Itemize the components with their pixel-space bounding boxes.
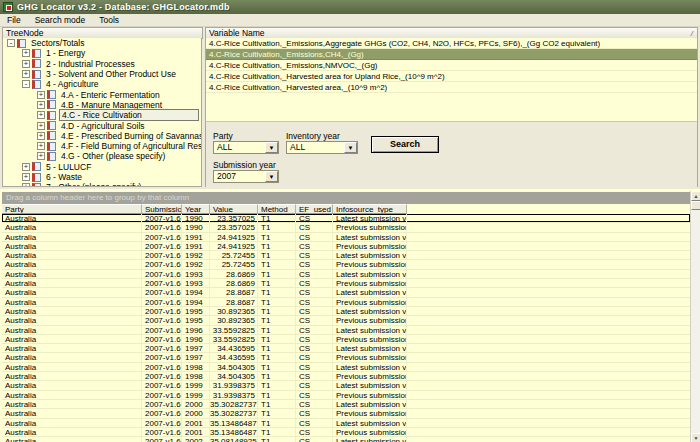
expand-toggle-icon[interactable]: - bbox=[7, 39, 15, 47]
tree-node[interactable]: +4.E - Prescribed Burning of Savannas bbox=[3, 131, 201, 141]
scroll-down-icon[interactable]: ▼ bbox=[691, 433, 700, 442]
menu-item-search-mode[interactable]: Search mode bbox=[28, 14, 93, 27]
expand-toggle-icon[interactable]: + bbox=[37, 91, 45, 99]
table-row[interactable]: Australia2007-v1.6199633.5592825T1CSLate… bbox=[2, 326, 690, 335]
table-row[interactable]: Australia2007-v1.6199530.892365T1CSLates… bbox=[2, 307, 690, 316]
tree-node[interactable]: +5 - LULUCF bbox=[3, 162, 201, 172]
table-row[interactable]: Australia2007-v1.6199428.8687T1CSPreviou… bbox=[2, 298, 690, 307]
scroll-up-icon[interactable]: ▲ bbox=[691, 191, 700, 201]
grid-cell: 34.504305 bbox=[210, 372, 258, 380]
expand-toggle-icon[interactable]: + bbox=[22, 173, 30, 181]
grid-cell: T1 bbox=[258, 363, 296, 371]
table-row[interactable]: Australia2007-v1.6199328.6869T1CSPreviou… bbox=[2, 279, 690, 288]
submission-year-select[interactable]: 2007 ▼ bbox=[213, 170, 279, 183]
chevron-down-icon[interactable]: ▼ bbox=[265, 142, 278, 153]
table-row[interactable]: Australia2007-v1.6200135.134864875T1CSPr… bbox=[2, 428, 690, 437]
tree-node[interactable]: -4 - Agriculture bbox=[3, 79, 201, 89]
grid-cell: Latest submission value bbox=[333, 307, 407, 315]
grid-cell: Australia bbox=[2, 223, 142, 231]
grid-cell: 1997 bbox=[182, 344, 210, 352]
column-header-party[interactable]: Party bbox=[2, 204, 142, 214]
sector-tree: -Sectors/Totals+1 - Energy+2 - Industria… bbox=[2, 38, 202, 187]
tree-node[interactable]: +4.A - Enteric Fermentation bbox=[3, 89, 201, 99]
table-row[interactable]: Australia2007-v1.6199023.357025T1CSPrevi… bbox=[2, 223, 690, 232]
expand-toggle-icon[interactable]: + bbox=[37, 111, 45, 119]
menu-item-tools[interactable]: Tools bbox=[92, 14, 126, 27]
table-row[interactable]: Australia2007-v1.6200135.134864875T1CSLa… bbox=[2, 419, 690, 428]
table-row[interactable]: Australia2007-v1.6199734.436595T1CSLates… bbox=[2, 344, 690, 353]
variable-row[interactable]: 4.C-Rice Cultivation,_Emissions,Aggregat… bbox=[206, 38, 697, 49]
vertical-scrollbar[interactable]: ▲ ▼ bbox=[690, 191, 700, 442]
tree-node[interactable]: +4.G - Other (please specify) bbox=[3, 151, 201, 161]
grid-cell: Australia bbox=[2, 437, 142, 442]
table-row[interactable]: Australia2007-v1.6199124.941925T1CSPrevi… bbox=[2, 242, 690, 251]
table-row[interactable]: Australia2007-v1.6200235.08148925T1CSLat… bbox=[2, 437, 690, 442]
chevron-down-icon[interactable]: ▼ bbox=[344, 142, 357, 153]
table-row[interactable]: Australia2007-v1.6199834.504305T1CSPrevi… bbox=[2, 372, 690, 381]
variable-row[interactable]: 4.C-Rice Cultivation,_Emissions,NMVOC,_(… bbox=[206, 60, 697, 71]
tree-node[interactable]: +4.C - Rice Cultivation bbox=[3, 110, 201, 120]
grid-cell: CS bbox=[296, 391, 333, 399]
search-button[interactable]: Search bbox=[371, 136, 439, 153]
table-row[interactable]: Australia2007-v1.6199023.357025T1CSLates… bbox=[2, 214, 690, 223]
expand-toggle-icon[interactable]: + bbox=[22, 70, 30, 78]
table-row[interactable]: Australia2007-v1.6199225.72455T1CSLatest… bbox=[2, 251, 690, 260]
table-row[interactable]: Australia2007-v1.6199124.941925T1CSLates… bbox=[2, 233, 690, 242]
table-row[interactable]: Australia2007-v1.6199328.6869T1CSLatest … bbox=[2, 270, 690, 279]
table-row[interactable]: Australia2007-v1.6199931.9398375T1CSPrev… bbox=[2, 391, 690, 400]
tree-node[interactable]: +3 - Solvent and Other Product Use bbox=[3, 69, 201, 79]
table-row[interactable]: Australia2007-v1.6199633.5592825T1CSPrev… bbox=[2, 335, 690, 344]
expand-toggle-icon[interactable]: + bbox=[37, 122, 45, 130]
tree-node[interactable]: +6 - Waste bbox=[3, 172, 201, 182]
tree-node[interactable]: +7 - Other (please specify) bbox=[3, 182, 201, 187]
inventory-year-select[interactable]: ALL ▼ bbox=[286, 141, 358, 154]
expand-toggle-icon[interactable]: + bbox=[37, 101, 45, 109]
grid-cell: 2007-v1.6 bbox=[142, 288, 182, 296]
column-header-infosource_type[interactable]: Infosource_type bbox=[333, 204, 407, 214]
variable-row[interactable]: 4.C-Rice Cultivation,_Harvested area,_(1… bbox=[206, 82, 697, 93]
expand-toggle-icon[interactable]: + bbox=[37, 132, 45, 140]
expand-toggle-icon[interactable]: + bbox=[22, 183, 30, 187]
grid-cell: 2007-v1.6 bbox=[142, 363, 182, 371]
table-row[interactable]: Australia2007-v1.6199734.436595T1CSPrevi… bbox=[2, 353, 690, 362]
grid-body: Australia2007-v1.6199023.357025T1CSLates… bbox=[2, 214, 690, 442]
table-row[interactable]: Australia2007-v1.6199428.8687T1CSLatest … bbox=[2, 288, 690, 297]
tree-node[interactable]: +1 - Energy bbox=[3, 48, 201, 58]
expand-toggle-icon[interactable]: + bbox=[22, 60, 30, 68]
expand-toggle-icon[interactable]: + bbox=[22, 49, 30, 57]
menu-item-file[interactable]: File bbox=[0, 14, 28, 27]
group-by-bar[interactable]: Drag a column header here to group by th… bbox=[2, 192, 690, 204]
tree-node[interactable]: +2 - Industrial Processes bbox=[3, 59, 201, 69]
table-row[interactable]: Australia2007-v1.6199225.72455T1CSPrevio… bbox=[2, 260, 690, 269]
grid-cell: 2007-v1.6 bbox=[142, 344, 182, 352]
variable-row[interactable]: 4.C-Rice Cultivation,_Emissions,CH4,_(Gg… bbox=[206, 49, 697, 60]
scrollbar-thumb[interactable] bbox=[691, 201, 700, 210]
expand-toggle-icon[interactable]: - bbox=[22, 80, 30, 88]
variable-name-header-label: Variable Name bbox=[209, 28, 265, 38]
expand-toggle-icon[interactable]: + bbox=[22, 163, 30, 171]
grid-cell: 2001 bbox=[182, 428, 210, 436]
column-header-value[interactable]: Value bbox=[210, 204, 258, 214]
tree-node-icon bbox=[47, 90, 56, 99]
column-header-year[interactable]: Year bbox=[182, 204, 210, 214]
tree-node[interactable]: +4.F - Field Burning of Agricultural Res… bbox=[3, 141, 201, 151]
table-row[interactable]: Australia2007-v1.6199530.892365T1CSPrevi… bbox=[2, 316, 690, 325]
tree-node[interactable]: +4.D - Agricultural Soils bbox=[3, 120, 201, 130]
table-row[interactable]: Australia2007-v1.6200035.302827375T1CSLa… bbox=[2, 400, 690, 409]
variable-row[interactable]: 4.C-Rice Cultivation,_Harvested area for… bbox=[206, 71, 697, 82]
chevron-down-icon[interactable]: ▼ bbox=[265, 171, 278, 182]
table-row[interactable]: Australia2007-v1.6199931.9398375T1CSLate… bbox=[2, 381, 690, 390]
tree-node[interactable]: -Sectors/Totals bbox=[3, 38, 201, 48]
grid-cell: 25.72455 bbox=[210, 251, 258, 259]
column-header-submission[interactable]: Submission bbox=[142, 204, 182, 214]
table-row[interactable]: Australia2007-v1.6199834.504305T1CSLates… bbox=[2, 363, 690, 372]
grid-cell: 35.134864875 bbox=[210, 428, 258, 436]
column-header-method[interactable]: Method bbox=[258, 204, 296, 214]
expand-toggle-icon[interactable]: + bbox=[37, 152, 45, 160]
table-row[interactable]: Australia2007-v1.6200035.302827375T1CSPr… bbox=[2, 409, 690, 418]
grid-cell: 2007-v1.6 bbox=[142, 335, 182, 343]
party-select[interactable]: ALL ▼ bbox=[213, 141, 279, 154]
grid-cell: T1 bbox=[258, 279, 296, 287]
expand-toggle-icon[interactable]: + bbox=[37, 142, 45, 150]
column-header-ef_used[interactable]: EF_used bbox=[296, 204, 333, 214]
